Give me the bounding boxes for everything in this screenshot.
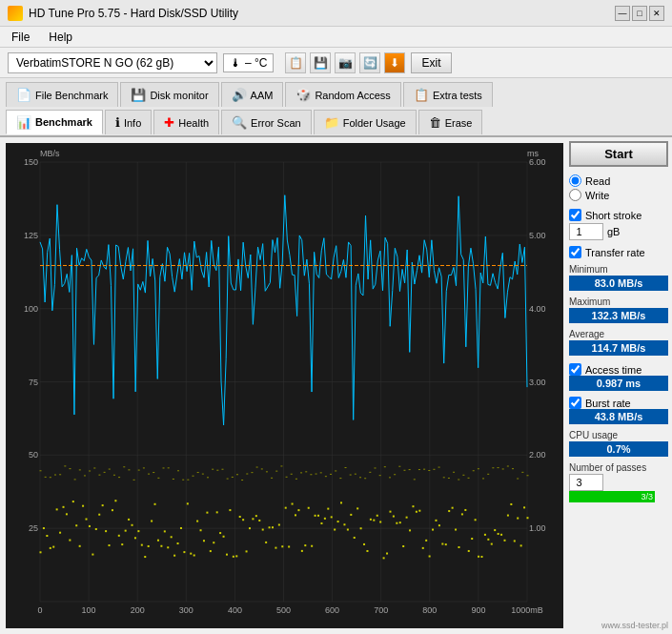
erase-icon: 🗑 <box>429 115 441 130</box>
tab-benchmark[interactable]: 📊 Benchmark <box>6 110 103 134</box>
transfer-rate-checkbox-item[interactable]: Transfer rate <box>569 246 668 258</box>
short-stroke-row: gB <box>569 223 668 240</box>
tab-disk-monitor[interactable]: 💾 Disk monitor <box>120 82 218 107</box>
error-scan-icon: 🔍 <box>232 115 247 130</box>
random-access-icon: 🎲 <box>295 88 311 102</box>
temp-icon: 🌡 <box>230 56 241 70</box>
aam-icon: 🔊 <box>232 88 247 102</box>
window-controls[interactable]: — □ ✕ <box>615 6 664 21</box>
maximum-label: Maximum <box>569 297 668 307</box>
short-stroke-checkbox-item[interactable]: Short stroke <box>569 209 668 221</box>
read-label: Read <box>585 175 610 187</box>
tab-file-benchmark[interactable]: 📄 File Benchmark <box>6 82 118 107</box>
burst-rate-value: 43.8 MB/s <box>569 409 668 424</box>
menu-file[interactable]: File <box>8 29 33 46</box>
chart-container <box>6 143 563 628</box>
burst-rate-checkbox-item[interactable]: Burst rate <box>569 397 668 409</box>
access-time-checkbox-item[interactable]: Access time <box>569 363 668 376</box>
average-value: 114.7 MB/s <box>569 340 668 356</box>
passes-row <box>569 474 668 491</box>
transfer-rate-label: Transfer rate <box>585 247 645 258</box>
tab-bar: 📄 File Benchmark 💾 Disk monitor 🔊 AAM 🎲 … <box>0 78 672 137</box>
toolbar-icon-2[interactable]: 💾 <box>310 52 331 73</box>
minimum-section: Minimum 83.0 MB/s <box>569 264 668 291</box>
progress-text: 3/3 <box>641 491 653 502</box>
access-time-checkbox[interactable] <box>569 363 581 376</box>
burst-rate-label: Burst rate <box>585 398 631 409</box>
passes-spinner[interactable] <box>569 474 603 491</box>
tab-health[interactable]: ✚ Health <box>153 110 219 134</box>
close-button[interactable]: ✕ <box>649 6 664 21</box>
tab-info[interactable]: ℹ Info <box>105 110 152 134</box>
tab-aam[interactable]: 🔊 AAM <box>221 82 284 107</box>
tab-error-scan[interactable]: 🔍 Error Scan <box>221 110 312 134</box>
tab-extra-tests[interactable]: 📋 Extra tests <box>403 82 493 107</box>
write-radio[interactable] <box>569 189 581 201</box>
folder-usage-icon: 📁 <box>324 115 339 130</box>
minimum-label: Minimum <box>569 264 668 275</box>
progress-bar: 3/3 <box>569 491 655 502</box>
read-radio-item[interactable]: Read <box>569 174 668 187</box>
tab-random-access-label: Random Access <box>315 90 390 101</box>
passes-label: Number of passes <box>569 462 668 473</box>
tab-folder-usage[interactable]: 📁 Folder Usage <box>314 110 417 134</box>
tab-extra-tests-label: Extra tests <box>433 90 482 101</box>
main-content: Start Read Write Short stroke gB <box>0 137 672 634</box>
temp-value: – °C <box>245 56 267 70</box>
app-icon <box>8 6 23 21</box>
tab-erase-label: Erase <box>445 117 473 129</box>
tab-file-benchmark-label: File Benchmark <box>35 90 108 101</box>
tab-erase[interactable]: 🗑 Erase <box>418 110 483 134</box>
app-title: HD Tune Pro 5.75 - Hard Disk/SSD Utility <box>29 7 238 20</box>
tab-row-2: 📊 Benchmark ℹ Info ✚ Health 🔍 Error Scan… <box>6 110 666 135</box>
gb-label: gB <box>607 226 620 237</box>
info-icon: ℹ <box>115 115 120 130</box>
tab-health-label: Health <box>178 117 209 129</box>
temp-display: 🌡 – °C <box>223 53 274 72</box>
write-radio-item[interactable]: Write <box>569 189 668 201</box>
tab-row-1: 📄 File Benchmark 💾 Disk monitor 🔊 AAM 🎲 … <box>6 82 666 108</box>
tab-aam-label: AAM <box>251 90 274 101</box>
read-radio[interactable] <box>569 174 581 187</box>
access-time-value: 0.987 ms <box>569 376 668 391</box>
minimum-value: 83.0 MB/s <box>569 276 668 291</box>
menu-help[interactable]: Help <box>45 29 76 46</box>
short-stroke-label: Short stroke <box>585 210 641 221</box>
extra-tests-icon: 📋 <box>414 88 429 102</box>
cpu-usage-section: CPU usage 0.7% <box>569 430 668 457</box>
title-bar-left: HD Tune Pro 5.75 - Hard Disk/SSD Utility <box>8 6 238 21</box>
toolbar-icon-4[interactable]: 🔄 <box>359 52 380 73</box>
disk-monitor-icon: 💾 <box>131 88 146 102</box>
benchmark-chart <box>6 143 563 628</box>
short-stroke-input[interactable] <box>569 223 603 240</box>
title-bar: HD Tune Pro 5.75 - Hard Disk/SSD Utility… <box>0 0 672 27</box>
short-stroke-checkbox[interactable] <box>569 209 581 221</box>
toolbar-icon-1[interactable]: 📋 <box>285 52 306 73</box>
average-label: Average <box>569 329 668 339</box>
burst-rate-checkbox[interactable] <box>569 397 581 409</box>
average-section: Average 114.7 MB/s <box>569 329 668 356</box>
minimize-button[interactable]: — <box>615 6 630 21</box>
exit-button[interactable]: Exit <box>411 52 451 73</box>
toolbar: VerbatimSTORE N GO (62 gB) 🌡 – °C 📋 💾 📷 … <box>0 48 672 78</box>
cpu-usage-label: CPU usage <box>569 430 668 440</box>
tab-benchmark-label: Benchmark <box>35 116 92 128</box>
benchmark-icon: 📊 <box>16 115 31 130</box>
access-time-label: Access time <box>585 364 641 376</box>
cpu-usage-value: 0.7% <box>569 441 668 457</box>
transfer-rate-checkbox[interactable] <box>569 246 581 258</box>
toolbar-icon-5[interactable]: ⬇ <box>384 52 405 73</box>
toolbar-icon-3[interactable]: 📷 <box>335 52 356 73</box>
tab-info-label: Info <box>124 117 141 129</box>
write-label: Write <box>585 190 609 201</box>
start-button[interactable]: Start <box>569 141 668 167</box>
tab-random-access[interactable]: 🎲 Random Access <box>285 82 400 107</box>
toolbar-icons: 📋 💾 📷 🔄 ⬇ <box>285 52 405 73</box>
tab-folder-usage-label: Folder Usage <box>343 117 406 129</box>
tab-disk-monitor-label: Disk monitor <box>150 90 208 101</box>
maximize-button[interactable]: □ <box>632 6 647 21</box>
drive-select[interactable]: VerbatimSTORE N GO (62 gB) <box>8 52 217 73</box>
menu-bar: File Help <box>0 27 672 48</box>
read-write-group: Read Write <box>569 174 668 201</box>
right-panel: Start Read Write Short stroke gB <box>567 137 672 634</box>
